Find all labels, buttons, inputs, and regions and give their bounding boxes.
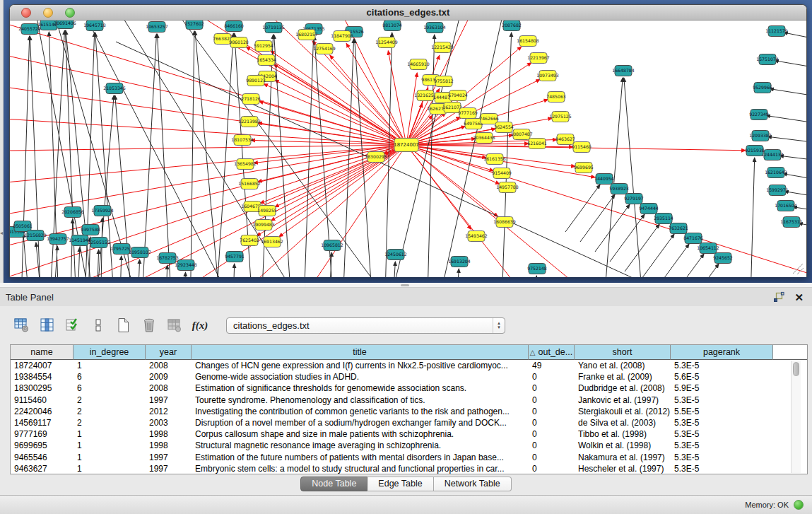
graph-node[interactable]: 15166852 [238,179,261,189]
graph-node[interactable]: 1440954 [594,174,614,185]
graph-node[interactable]: 9279197 [624,194,644,204]
table-cell[interactable]: 9463627 [11,464,73,474]
table-cell[interactable]: 1997 [146,395,192,405]
table-cell[interactable]: 14569117 [11,418,73,428]
table-vertical-scrollbar[interactable] [791,361,801,473]
table-cell[interactable]: 9465546 [11,452,73,462]
select-all-button[interactable] [64,315,82,335]
graph-node[interactable]: 19645718 [83,21,106,31]
graph-node[interactable]: 12093387 [749,131,772,141]
graph-node[interactable]: 15751074 [756,54,779,65]
graph-node[interactable]: 9699695 [574,163,594,173]
table-cell[interactable]: 5.3E-5 [671,418,773,428]
table-cell[interactable]: 1997 [146,464,192,474]
table-cell[interactable]: 6 [73,372,146,382]
graph-node[interactable]: 11121579 [765,26,788,37]
graph-node[interactable]: 5912954 [254,41,273,52]
table-cell[interactable]: 2 [73,395,146,405]
table-cell[interactable]: 18300295 [11,383,73,393]
graph-node[interactable]: 9860128 [229,37,249,48]
table-cell[interactable]: Stergiakouli et al. (2012) [575,407,671,416]
table-cell[interactable]: Jankovic et al. (1997) [575,395,671,405]
table-cell[interactable]: 2008 [146,383,192,393]
graph-node[interactable]: 12923448 [175,260,197,271]
graph-node[interactable]: 10958107 [129,247,151,258]
graph-node[interactable]: 12754169 [313,44,336,54]
graph-node[interactable]: 12505155 [88,238,110,248]
graph-node[interactable]: 20364436 [473,133,495,144]
delete-rows-button[interactable] [140,315,158,335]
table-cell[interactable]: 5.9E-5 [671,383,773,393]
graph-node[interactable]: 9115460 [572,142,592,153]
column-header-out-de-[interactable]: △out_de... [529,345,575,360]
table-cell[interactable]: 1 [73,429,146,439]
table-selector-dropdown[interactable]: citations_edges.txt ▲▼ [226,317,505,334]
row-height-button[interactable] [89,315,107,335]
table-cell[interactable]: Estimation of significance thresholds fo… [192,383,529,393]
graph-node[interactable]: 1527602 [184,21,204,30]
table-cell[interactable]: 5.6E-5 [671,372,773,382]
graph-node[interactable]: 9474444 [639,204,659,214]
graph-node[interactable]: 9755812 [434,76,454,87]
graph-node[interactable]: 16161356 [483,154,506,165]
float-panel-button[interactable] [773,291,784,303]
table-cell[interactable]: Estimation of the future numbers of pati… [192,452,529,462]
column-header-pagerank[interactable]: pagerank [671,345,773,360]
graph-node[interactable]: 16154808 [517,36,539,47]
table-cell[interactable]: 0 [529,372,575,382]
table-cell[interactable]: 0 [529,418,575,428]
network-canvas[interactable]: 1872400724055724161514262069140619645718… [10,21,806,277]
graph-node[interactable]: 6794024 [448,90,468,101]
scrollbar-thumb[interactable] [793,362,799,376]
graph-node[interactable]: 16086639 [493,217,516,228]
graph-node[interactable]: 18107534 [231,135,254,146]
graph-node[interactable]: 20206856 [61,207,84,218]
graph-node[interactable]: 2718126 [241,94,261,105]
table-cell[interactable]: 18724007 [11,361,73,370]
table-row[interactable]: 1872400712008Changes of HCN gene express… [11,360,807,371]
memory-status-indicator[interactable] [794,500,804,510]
table-cell[interactable]: 1998 [146,440,192,450]
table-cell[interactable]: 19384554 [11,372,73,382]
graph-node[interactable]: 15992971 [766,185,789,196]
table-cell[interactable]: 1998 [146,429,192,439]
table-cell[interactable]: 5.3E-5 [671,361,773,370]
graph-node[interactable]: 13654982 [234,159,257,170]
table-cell[interactable]: Embryonic stem cells: a model to study s… [192,464,529,474]
graph-node[interactable]: 5938923 [609,184,629,194]
table-cell[interactable]: Hescheler et al. (1997) [575,464,671,474]
delete-table-button[interactable] [165,315,184,335]
window-zoom-button[interactable] [65,8,75,18]
table-row[interactable]: 969969511998Structural magnetic resonanc… [11,440,807,451]
graph-node[interactable]: 9529966 [753,83,772,93]
graph-node[interactable]: 15493462 [465,231,488,242]
table-cell[interactable]: 1 [73,464,146,474]
table-cell[interactable]: 2 [73,418,146,428]
close-panel-button[interactable]: ✕ [794,292,804,303]
graph-node[interactable]: 20691406 [54,21,76,29]
table-cell[interactable]: Franke et al. (2009) [575,372,671,382]
graph-node[interactable]: 9457791 [225,252,245,262]
table-cell[interactable]: Changes of HCN gene expression and I(f) … [192,361,529,370]
graph-node[interactable]: 14665910 [407,59,430,70]
table-cell[interactable]: 6 [73,383,146,393]
graph-node[interactable]: 12215429 [431,42,454,53]
panel-collapse-arrow-icon[interactable]: ◂ [0,230,3,236]
new-table-button[interactable] [114,315,133,335]
graph-node[interactable]: 12975125 [549,112,572,122]
table-cell[interactable]: 49 [529,361,575,370]
graph-node[interactable]: 10965812 [321,240,343,251]
graph-node[interactable]: 12450612 [384,250,407,260]
graph-node[interactable]: 16648784 [612,66,635,76]
graph-node[interactable]: 8466160 [224,21,244,32]
graph-node[interactable]: 21053346 [103,83,126,94]
table-cell[interactable]: 1997 [146,452,192,462]
table-cell[interactable]: 1 [73,452,146,462]
graph-node[interactable]: 8471676 [683,233,703,244]
tab-network-table[interactable]: Network Table [434,477,512,491]
graph-node[interactable]: 6216041 [527,139,547,149]
graph-node[interactable]: 1654334 [257,55,276,66]
graph-node[interactable]: 9154409 [492,168,512,179]
split-pane-divider[interactable] [0,283,812,288]
graph-node[interactable]: 9215938 [745,146,765,156]
